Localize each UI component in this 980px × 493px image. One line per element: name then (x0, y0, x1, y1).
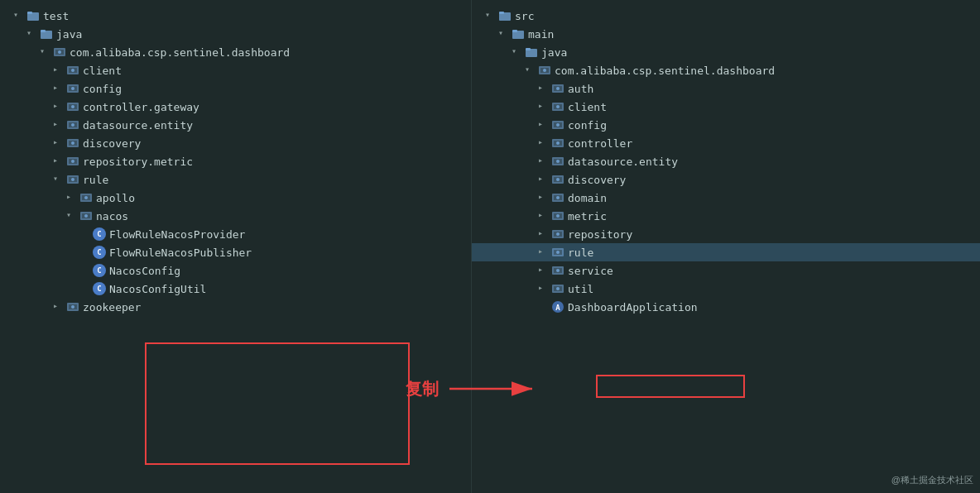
package-icon-discovery-right (551, 173, 564, 186)
tree-item-metric[interactable]: metric (472, 207, 980, 225)
tree-item-apollo[interactable]: apollo (0, 189, 471, 207)
svg-rect-3 (41, 30, 46, 32)
tree-item-zookeeper[interactable]: zookeeper (0, 298, 471, 316)
svg-point-63 (556, 178, 560, 181)
package-icon-client-left (66, 64, 79, 77)
package-icon-com-right (538, 64, 551, 77)
label-discovery-right: discovery (568, 174, 626, 186)
label-client-right: client (568, 101, 607, 113)
label-zookeeper: zookeeper (83, 301, 141, 314)
arrow-repository-metric (53, 156, 65, 167)
arrow-src (485, 10, 497, 22)
tree-item-rule-left[interactable]: rule (0, 170, 471, 189)
tree-item-config-left[interactable]: config (0, 79, 471, 98)
app-icon-dashboard: A (551, 300, 564, 314)
label-controller-gateway: controller.gateway (83, 101, 199, 113)
label-rule-left: rule (83, 174, 108, 186)
tree-item-nacos-config[interactable]: C NacosConfig (0, 261, 471, 280)
tree-item-rule-right[interactable]: rule (472, 243, 980, 261)
tree-item-discovery-right[interactable]: discovery (472, 170, 980, 189)
tree-item-auth[interactable]: auth (472, 79, 980, 98)
svg-point-27 (71, 178, 74, 181)
arrow-metric (538, 210, 550, 222)
label-java-right: java (541, 46, 567, 59)
label-util: util (568, 283, 593, 295)
tree-item-client-left[interactable]: client (0, 61, 471, 79)
tree-item-datasource-right[interactable]: datasource.entity (472, 152, 980, 170)
tree-item-nacos[interactable]: nacos (0, 207, 471, 225)
arrow-service (538, 265, 550, 276)
svg-point-24 (71, 160, 74, 163)
svg-point-30 (84, 196, 88, 199)
package-icon-rule-right (551, 246, 564, 259)
package-icon-metric (551, 209, 564, 223)
arrow-zookeeper (53, 301, 65, 313)
package-icon-discovery-left (66, 136, 79, 150)
svg-point-48 (556, 87, 560, 90)
arrow-java-right (512, 46, 523, 58)
arrow-com-left (40, 46, 51, 58)
label-repository: repository (568, 228, 632, 241)
arrow-controller-gateway (53, 101, 65, 112)
tree-item-client-right[interactable]: client (472, 98, 980, 116)
tree-item-util[interactable]: util (472, 280, 980, 298)
tree-item-java-right[interactable]: java (472, 43, 980, 61)
arrow-nacos (66, 210, 78, 222)
class-icon-nacos-config-util: C (93, 282, 106, 295)
package-icon-util (551, 282, 564, 295)
package-icon-repository (551, 227, 564, 241)
tree-item-src[interactable]: src (472, 7, 980, 25)
svg-point-66 (556, 196, 560, 199)
tree-item-datasource-left[interactable]: datasource.entity (0, 116, 471, 134)
arrow-java (26, 28, 38, 40)
tree-item-controller-gateway[interactable]: controller.gateway (0, 98, 471, 116)
package-icon-zookeeper (66, 300, 79, 314)
svg-rect-42 (526, 48, 531, 50)
tree-item-flow-publisher[interactable]: C FlowRuleNacosPublisher (0, 243, 471, 261)
tree-item-repository-metric[interactable]: repository.metric (0, 152, 471, 170)
package-icon-controller-right (551, 136, 564, 150)
arrow-auth (538, 83, 550, 94)
label-datasource-right: datasource.entity (568, 156, 678, 168)
label-flow-provider: FlowRuleNacosProvider (109, 228, 245, 241)
tree-item-discovery-left[interactable]: discovery (0, 134, 471, 152)
tree-item-service[interactable]: service (472, 261, 980, 280)
label-nacos-config: NacosConfig (109, 265, 180, 277)
label-datasource-left: datasource.entity (83, 119, 193, 132)
label-com-right: com.alibaba.csp.sentinel.dashboard (555, 65, 775, 77)
arrow-controller-right (538, 137, 550, 149)
label-rule-right: rule (568, 247, 593, 259)
folder-icon-src (498, 9, 512, 22)
svg-point-12 (71, 87, 74, 90)
tree-item-main[interactable]: main (472, 25, 980, 43)
svg-point-45 (543, 69, 546, 72)
tree-item-com-alibaba-right[interactable]: com.alibaba.csp.sentinel.dashboard (472, 61, 980, 79)
package-icon-auth (551, 82, 564, 95)
tree-item-dashboard-app[interactable]: A DashboardApplication (472, 298, 980, 316)
tree-item-test[interactable]: test (0, 7, 471, 25)
tree-item-java[interactable]: java (0, 25, 471, 43)
arrow-rule-left (53, 174, 65, 185)
package-icon-domain (551, 191, 564, 204)
label-metric: metric (568, 210, 607, 223)
label-dashboard-app: DashboardApplication (568, 301, 698, 314)
package-icon-apollo (79, 191, 93, 204)
arrow-com-right (525, 65, 536, 76)
tree-item-repository[interactable]: repository (472, 225, 980, 243)
arrow-repository (538, 228, 550, 240)
class-icon-nacos-config: C (93, 264, 106, 277)
tree-item-config-right[interactable]: config (472, 116, 980, 134)
tree-item-flow-provider[interactable]: C FlowRuleNacosProvider (0, 225, 471, 243)
svg-rect-38 (499, 12, 504, 14)
tree-item-nacos-config-util[interactable]: C NacosConfigUtil (0, 280, 471, 298)
arrow-discovery-left (53, 137, 65, 149)
arrow-client-right (538, 101, 550, 112)
tree-item-com-alibaba-left[interactable]: com.alibaba.csp.sentinel.dashboard (0, 43, 471, 61)
arrow-config-right (538, 119, 550, 131)
tree-item-domain[interactable]: domain (472, 189, 980, 207)
label-main: main (528, 28, 554, 41)
label-service: service (568, 265, 613, 277)
tree-item-controller-right[interactable]: controller (472, 134, 980, 152)
class-icon-flow-publisher: C (93, 246, 106, 259)
folder-icon-main (512, 27, 525, 41)
